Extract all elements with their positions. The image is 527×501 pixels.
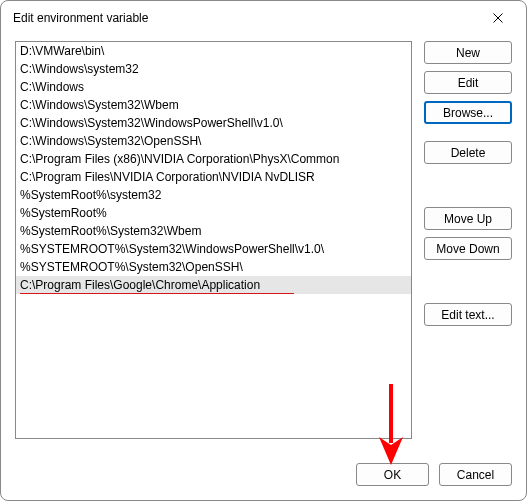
edit-button[interactable]: Edit [424,71,512,94]
dialog-content: D:\VMWare\bin\C:\Windows\system32C:\Wind… [1,35,526,500]
close-button[interactable] [476,4,520,32]
move-down-button[interactable]: Move Down [424,237,512,260]
list-item[interactable]: C:\Windows\System32\OpenSSH\ [16,132,411,150]
list-item[interactable]: C:\Windows\System32\Wbem [16,96,411,114]
list-item[interactable]: C:\Program Files\NVIDIA Corporation\NVID… [16,168,411,186]
list-item[interactable]: %SystemRoot%\system32 [16,186,411,204]
titlebar: Edit environment variable [1,1,526,35]
browse-button[interactable]: Browse... [424,101,512,124]
ok-button[interactable]: OK [356,463,429,486]
list-item[interactable]: C:\Windows [16,78,411,96]
list-item[interactable]: C:\Program Files (x86)\NVIDIA Corporatio… [16,150,411,168]
list-item[interactable]: C:\Windows\System32\WindowsPowerShell\v1… [16,114,411,132]
list-item[interactable]: %SystemRoot% [16,204,411,222]
env-var-dialog: Edit environment variable D:\VMWare\bin\… [0,0,527,501]
edit-text-button[interactable]: Edit text... [424,303,512,326]
main-row: D:\VMWare\bin\C:\Windows\system32C:\Wind… [15,41,512,453]
list-item[interactable]: C:\Program Files\Google\Chrome\Applicati… [16,276,411,294]
list-item[interactable]: C:\Windows\system32 [16,60,411,78]
delete-button[interactable]: Delete [424,141,512,164]
button-column: New Edit Browse... Delete Move Up Move D… [424,41,512,453]
cancel-button[interactable]: Cancel [439,463,512,486]
move-up-button[interactable]: Move Up [424,207,512,230]
dialog-footer: OK Cancel [15,463,512,486]
path-listbox[interactable]: D:\VMWare\bin\C:\Windows\system32C:\Wind… [15,41,412,439]
list-item[interactable]: %SYSTEMROOT%\System32\OpenSSH\ [16,258,411,276]
close-icon [493,13,503,23]
new-button[interactable]: New [424,41,512,64]
list-item[interactable]: D:\VMWare\bin\ [16,42,411,60]
list-item[interactable]: %SystemRoot%\System32\Wbem [16,222,411,240]
list-item[interactable]: %SYSTEMROOT%\System32\WindowsPowerShell\… [16,240,411,258]
window-title: Edit environment variable [13,11,148,25]
